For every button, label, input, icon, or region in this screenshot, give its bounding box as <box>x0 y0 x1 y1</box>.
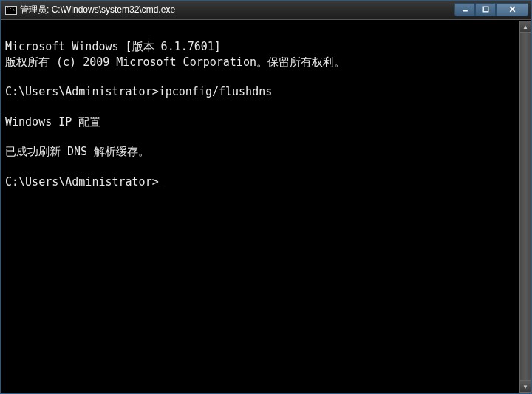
output-line: 版权所有 (c) 2009 Microsoft Corporation。保留所有… <box>5 55 345 69</box>
window-controls <box>454 3 528 18</box>
close-button[interactable] <box>496 3 528 16</box>
prompt-path: C:\Users\Administrator> <box>5 85 159 98</box>
maximize-button[interactable] <box>475 3 496 16</box>
scroll-up-button[interactable]: ▲ <box>519 21 531 33</box>
typed-command: ipconfig/flushdns <box>159 85 273 98</box>
svg-rect-1 <box>483 7 488 12</box>
prompt-line: C:\Users\Administrator>ipconfig/flushdns <box>5 85 272 98</box>
cursor: _ <box>159 175 166 188</box>
output-line: Microsoft Windows [版本 6.1.7601] <box>5 40 221 53</box>
window-title: 管理员: C:\Windows\system32\cmd.exe <box>20 4 454 16</box>
terminal-body[interactable]: Microsoft Windows [版本 6.1.7601] 版权所有 (c)… <box>1 20 531 393</box>
scrollbar[interactable]: ▲ ▼ <box>519 21 531 393</box>
output-line: Windows IP 配置 <box>5 115 100 129</box>
prompt-line: C:\Users\Administrator>_ <box>5 175 166 188</box>
output-line: 已成功刷新 DNS 解析缓存。 <box>5 145 149 158</box>
scroll-down-button[interactable]: ▼ <box>519 381 531 393</box>
titlebar[interactable]: 管理员: C:\Windows\system32\cmd.exe <box>1 1 531 20</box>
prompt-path: C:\Users\Administrator> <box>5 175 159 188</box>
cmd-window: 管理员: C:\Windows\system32\cmd.exe Microso… <box>0 0 532 394</box>
cmd-icon <box>5 6 17 15</box>
minimize-button[interactable] <box>454 3 475 16</box>
scroll-thumb[interactable] <box>519 33 531 381</box>
